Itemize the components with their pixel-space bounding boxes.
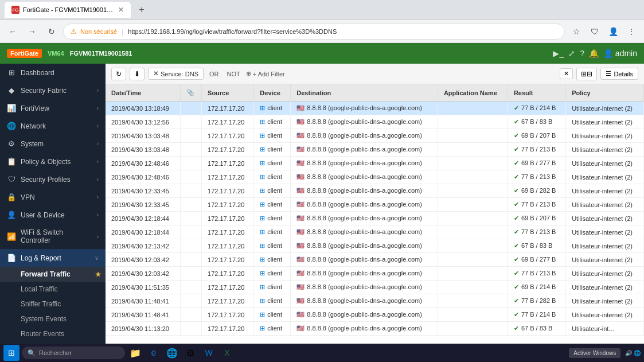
- new-tab-button[interactable]: +: [134, 2, 149, 17]
- taskbar-ie[interactable]: e: [146, 345, 162, 361]
- table-row[interactable]: 2019/04/30 11:48:41 172.17.17.20 ⊞client…: [106, 294, 644, 308]
- table-row[interactable]: 2019/04/30 12:48:46 172.17.17.20 ⊞client…: [106, 157, 644, 170]
- cell-device: ⊞client: [254, 267, 291, 281]
- table-row[interactable]: 2019/04/30 12:33:45 172.17.17.20 ⊞client…: [106, 198, 644, 212]
- table-row[interactable]: 2019/04/30 12:03:42 172.17.17.20 ⊞client…: [106, 253, 644, 267]
- table-row[interactable]: 2019/04/30 12:18:44 172.17.17.20 ⊞client…: [106, 225, 644, 239]
- sidebar-item-system[interactable]: ⚙ System ›: [0, 135, 106, 153]
- taskbar-chrome[interactable]: 🌐: [164, 345, 180, 361]
- address-bar[interactable]: ⚠ Non sécurisé | https://192.168.1.99/ng…: [63, 24, 565, 40]
- sniffer-traffic-label: Sniffer Traffic: [21, 300, 61, 308]
- forward-button[interactable]: →: [24, 24, 40, 40]
- sidebar-subitem-local-traffic[interactable]: Local Traffic: [0, 282, 106, 297]
- cell-source: 172.17.17.20: [202, 115, 254, 129]
- sidebar-subitem-forward-traffic[interactable]: Forward Traffic ★: [0, 267, 106, 282]
- download-button[interactable]: ⬇: [130, 68, 145, 80]
- sidebar-item-wifi-switch[interactable]: 📶 WiFi & Switch Controller ›: [0, 224, 106, 249]
- url-text: https://192.168.1.99/ng/log/view/traffic…: [128, 28, 337, 35]
- sidebar-item-security-profiles[interactable]: 🛡 Security Profiles ›: [0, 170, 106, 188]
- taskbar-settings[interactable]: ⚙: [182, 345, 198, 361]
- add-filter-button[interactable]: ⊕ + Add Filter: [246, 70, 285, 77]
- col-source[interactable]: Source: [202, 84, 254, 102]
- taskbar-explorer[interactable]: 📁: [127, 345, 143, 361]
- table-row[interactable]: 2019/04/30 12:13:42 172.17.17.20 ⊞client…: [106, 239, 644, 253]
- check-icon: ✔: [514, 146, 519, 153]
- cell-datetime: 2019/04/30 12:33:45: [106, 198, 180, 212]
- alert-button[interactable]: 🔔: [589, 49, 599, 58]
- col-appname[interactable]: Application Name: [438, 84, 508, 102]
- sidebar-label-fortiview: FortiView: [21, 104, 49, 112]
- cell-appname: [438, 184, 508, 198]
- cell-appname: [438, 281, 508, 294]
- col-policy[interactable]: Policy: [566, 84, 644, 102]
- table-container[interactable]: Date/Time 📎 Source Device Destination Ap…: [106, 84, 644, 353]
- fullscreen-button[interactable]: ⤢: [568, 49, 575, 58]
- bookmark-button[interactable]: ☆: [568, 24, 584, 40]
- back-button[interactable]: ←: [5, 24, 21, 40]
- taskbar-app4[interactable]: W: [201, 345, 217, 361]
- filter-close-icon[interactable]: ✕: [153, 70, 158, 77]
- sidebar-item-policy[interactable]: 📋 Policy & Objects ›: [0, 153, 106, 170]
- table-row[interactable]: 2019/04/30 12:18:44 172.17.17.20 ⊞client…: [106, 212, 644, 225]
- view-toggle-button[interactable]: ⊞⊟: [576, 68, 597, 80]
- table-row[interactable]: 2019/04/30 12:03:42 172.17.17.20 ⊞client…: [106, 267, 644, 281]
- help-button[interactable]: ?: [580, 49, 584, 58]
- admin-button[interactable]: 👤 admin: [603, 49, 637, 58]
- flag-icon: 🇺🇸: [296, 311, 305, 318]
- table-row[interactable]: 2019/04/30 13:18:49 172.17.17.20 ⊞client…: [106, 102, 644, 115]
- table-row[interactable]: 2019/04/30 13:12:56 172.17.17.20 ⊞client…: [106, 115, 644, 129]
- cell-source: 172.17.17.20: [202, 157, 254, 170]
- clear-filter-button[interactable]: ✕: [560, 68, 573, 79]
- activate-windows-notification[interactable]: Activer Windows: [569, 348, 620, 358]
- forward-traffic-label: Forward Traffic: [21, 270, 71, 278]
- cell-policy: Utilisateur-internet (2): [566, 294, 644, 308]
- chevron-icon: ›: [97, 212, 99, 218]
- cell-policy: Utilisateur-internet (2): [566, 239, 644, 253]
- col-datetime[interactable]: Date/Time: [106, 84, 180, 102]
- taskbar-app5[interactable]: X: [219, 345, 235, 361]
- cell-policy: Utilisateur-internet (2): [566, 225, 644, 239]
- sidebar-subitem-router-events[interactable]: Router Events: [0, 326, 106, 341]
- table-row[interactable]: 2019/04/30 11:51:35 172.17.17.20 ⊞client…: [106, 281, 644, 294]
- cell-destination: 🇺🇸8.8.8.8 (google-public-dns-a.google.co…: [291, 225, 438, 239]
- vpn-icon: 🔒: [7, 193, 16, 201]
- sidebar-item-security-fabric[interactable]: ◆ Security Fabric ›: [0, 81, 106, 99]
- sidebar-item-vpn[interactable]: 🔒 VPN ›: [0, 188, 106, 206]
- tab-close-button[interactable]: ✕: [118, 6, 124, 14]
- windows-icon: ⊞: [260, 270, 265, 277]
- col-result[interactable]: Result: [508, 84, 565, 102]
- cell-source: 172.17.17.20: [202, 322, 254, 336]
- windows-icon: ⊞: [260, 325, 265, 332]
- col-destination[interactable]: Destination: [291, 84, 438, 102]
- table-row[interactable]: 2019/04/30 13:03:48 172.17.17.20 ⊞client…: [106, 143, 644, 157]
- sidebar-item-log-report[interactable]: 📄 Log & Report ∨: [0, 249, 106, 267]
- table-row[interactable]: 2019/04/30 11:48:41 172.17.17.20 ⊞client…: [106, 308, 644, 322]
- sidebar-item-dashboard[interactable]: ⊞ Dashboard: [0, 64, 106, 81]
- shield-button[interactable]: 🛡: [587, 24, 603, 40]
- sidebar-item-user-device[interactable]: 👤 User & Device ›: [0, 206, 106, 224]
- table-row[interactable]: 2019/04/30 12:48:46 172.17.17.20 ⊞client…: [106, 170, 644, 184]
- cli-button[interactable]: ▶_: [553, 49, 564, 58]
- sidebar-item-network[interactable]: 🌐 Network ›: [0, 117, 106, 135]
- start-button[interactable]: ⊞: [3, 345, 19, 361]
- sidebar-subitem-system-events[interactable]: System Events: [0, 312, 106, 326]
- refresh-button[interactable]: ↻: [111, 68, 126, 80]
- cell-device: ⊞client: [254, 143, 291, 157]
- table-row[interactable]: 2019/04/30 13:03:48 172.17.17.20 ⊞client…: [106, 129, 644, 143]
- table-row[interactable]: 2019/04/30 12:33:45 172.17.17.20 ⊞client…: [106, 184, 644, 198]
- profile-button[interactable]: 👤: [605, 24, 621, 40]
- cell-source: 172.17.17.20: [202, 129, 254, 143]
- sidebar-label-network: Network: [21, 122, 46, 130]
- filter-chip-service[interactable]: ✕ Service: DNS: [148, 68, 204, 80]
- sidebar-subitem-sniffer-traffic[interactable]: Sniffer Traffic: [0, 297, 106, 312]
- sidebar-item-fortiview[interactable]: 📊 FortiView ›: [0, 99, 106, 117]
- cell-destination: 🇺🇸8.8.8.8 (google-public-dns-a.google.co…: [291, 212, 438, 225]
- taskbar-search[interactable]: 🔍 Rechercher: [22, 347, 125, 359]
- details-button[interactable]: ☰ Details: [600, 68, 638, 80]
- table-row[interactable]: 2019/04/30 11:13:20 172.17.17.20 ⊞client…: [106, 322, 644, 336]
- windows-icon: ⊞: [260, 297, 265, 304]
- menu-button[interactable]: ⋮: [623, 24, 639, 40]
- col-device[interactable]: Device: [254, 84, 291, 102]
- reload-button[interactable]: ↻: [44, 24, 60, 40]
- browser-tab[interactable]: FG FortiGate - FGVM01TM19001581 ✕: [5, 2, 131, 18]
